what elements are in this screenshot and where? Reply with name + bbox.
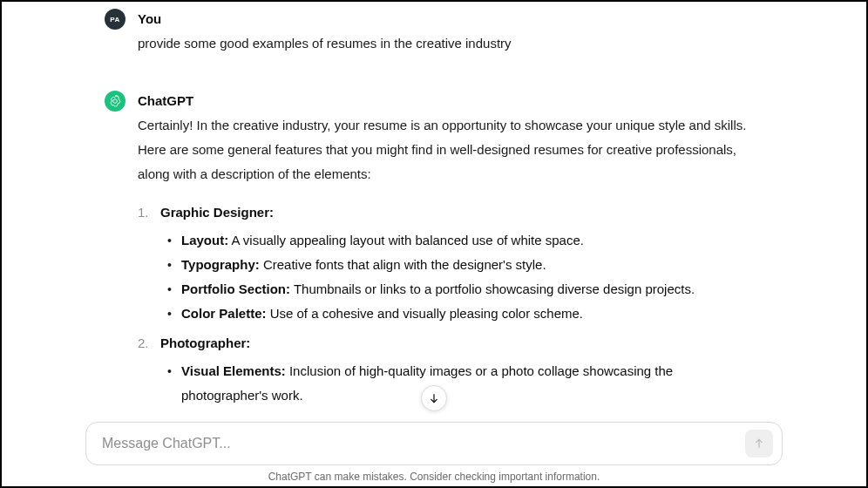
bullet-key: Color Palette: <box>181 306 267 321</box>
assistant-ordered-list: Graphic Designer: Layout: A visually app… <box>138 202 762 408</box>
sender-label-assistant: ChatGPT <box>138 91 762 112</box>
assistant-intro-text: Certainly! In the creative industry, you… <box>138 113 762 186</box>
bullet-key: Visual Elements: <box>181 363 286 378</box>
bullet-value: A visually appealing layout with balance… <box>228 233 584 247</box>
send-button[interactable] <box>745 430 773 458</box>
list-item-title: Photographer: <box>160 336 250 350</box>
bullet-key: Layout: <box>181 233 228 247</box>
message-assistant: ChatGPT Certainly! In the creative indus… <box>2 91 866 415</box>
list-item: Portfolio Section: Thumbnails or links t… <box>181 277 762 302</box>
bullet-key: Portfolio Section: <box>181 281 290 296</box>
list-item: Visual Elements: Inclusion of high-quali… <box>181 359 762 408</box>
list-item: Color Palette: Use of a cohesive and vis… <box>181 302 762 326</box>
avatar-user-initials: PA <box>110 16 120 24</box>
bullet-value: Creative fonts that align with the desig… <box>260 257 546 272</box>
composer-area: ChatGPT can make mistakes. Consider chec… <box>2 422 866 486</box>
list-item: Photographer: Visual Elements: Inclusion… <box>155 333 762 408</box>
openai-icon <box>108 94 122 108</box>
avatar-assistant <box>105 91 125 112</box>
message-user: PA You provide some good examples of res… <box>2 9 866 56</box>
scroll-to-bottom-button[interactable] <box>421 385 447 411</box>
message-input[interactable] <box>100 435 735 452</box>
list-item: Typography: Creative fonts that align wi… <box>181 253 762 277</box>
user-message-text: provide some good examples of resumes in… <box>138 31 762 56</box>
arrow-up-icon <box>753 437 765 450</box>
svg-marker-0 <box>113 99 117 104</box>
list-item: Layout: A visually appealing layout with… <box>181 228 762 253</box>
list-item-title: Graphic Designer: <box>160 205 274 220</box>
composer[interactable] <box>85 422 783 465</box>
disclaimer-text: ChatGPT can make mistakes. Consider chec… <box>85 471 783 483</box>
list-item: Graphic Designer: Layout: A visually app… <box>155 202 762 326</box>
sublist: Visual Elements: Inclusion of high-quali… <box>160 359 762 408</box>
avatar-user: PA <box>105 9 125 30</box>
sublist: Layout: A visually appealing layout with… <box>160 228 762 326</box>
bullet-value: Use of a cohesive and visually pleasing … <box>267 306 584 321</box>
sender-label-user: You <box>138 9 762 30</box>
bullet-value: Thumbnails or links to a portfolio showc… <box>290 281 695 296</box>
conversation-scroll[interactable]: PA You provide some good examples of res… <box>2 2 866 418</box>
arrow-down-icon <box>428 392 440 404</box>
bullet-key: Typography: <box>181 257 260 272</box>
